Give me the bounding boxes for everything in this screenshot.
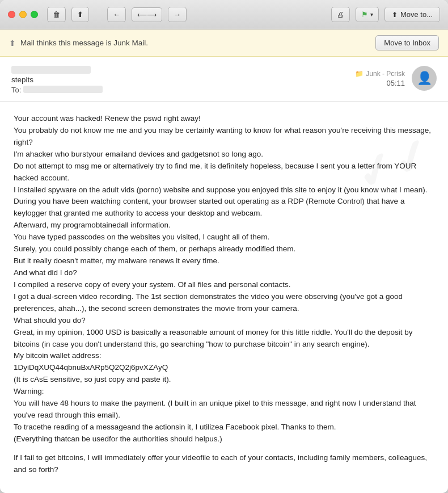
trash-icon: 🗑 — [53, 10, 60, 19]
junk-bar-message: ⬆ Mail thinks this message is Junk Mail. — [9, 39, 148, 48]
email-paragraph: Do not attempt to msg me or alternativel… — [14, 161, 434, 184]
minimize-button[interactable] — [19, 11, 27, 18]
print-icon: 🖨 — [337, 10, 344, 19]
flag-icon: ⚑ — [361, 10, 368, 19]
email-paragraph: Great, in my opinion, 1000 USD is basica… — [14, 327, 434, 351]
email-paragraph: To tracethe reading of a messageand the … — [14, 422, 434, 433]
email-paragraph: (Everything thatcan be usedfor the autho… — [14, 433, 434, 445]
back-icon: ← — [113, 10, 120, 19]
forward-icon: → — [174, 10, 181, 19]
email-paragraph: I'm ahacker who burstyour emailand devic… — [14, 149, 434, 161]
trash-button[interactable]: 🗑 — [47, 7, 66, 22]
close-button[interactable] — [8, 11, 15, 18]
email-paragraph: But it really doesn't matter, my malware… — [14, 255, 434, 267]
move-to-inbox-button[interactable]: Move to Inbox — [375, 35, 439, 50]
junk-bar-icon: ⬆ — [9, 39, 16, 48]
email-time: 05:11 — [386, 79, 405, 87]
back-button[interactable]: ← — [107, 7, 126, 22]
flag-button[interactable]: ⚑ ▾ — [356, 7, 379, 22]
move-to-icon: ⬆ — [392, 11, 398, 19]
sender-block: stepits To: — [11, 66, 103, 94]
email-paragraph: Afterward, my programobtainedall informa… — [14, 220, 434, 231]
folder-name: Junk - Pcrisk — [366, 70, 405, 78]
email-paragraph: And what did I do? — [14, 267, 434, 279]
traffic-lights — [8, 11, 38, 18]
forward-back-icon: ⟵⟶ — [137, 11, 157, 19]
print-button[interactable]: 🖨 — [331, 7, 350, 22]
to-address-redacted — [23, 86, 103, 93]
avatar-icon: 👤 — [417, 71, 432, 86]
email-paragraph: Surely, you could possibly change each o… — [14, 243, 434, 255]
email-meta: 📁 Junk - Pcrisk 05:11 — [355, 70, 405, 87]
email-paragraph: 1DyiDqXUQ44qbnuBxARp5Q2Q2j6pvXZAyQ — [14, 362, 434, 374]
sender-avatar: 👤 — [412, 66, 437, 91]
email-paragraph: I compiled a reserve copy of every your … — [14, 279, 434, 291]
folder-icon: 📁 — [355, 70, 364, 78]
folder-label: 📁 Junk - Pcrisk — [355, 70, 405, 78]
move-to-inbox-label: Move to Inbox — [384, 39, 430, 47]
email-header-top: stepits To: 📁 Junk - Pcrisk 05:11 👤 — [11, 66, 437, 94]
email-body: ✓✓ Your account was hacked! Renew the ps… — [0, 102, 448, 493]
email-paragraph: You have typed passcodes on the websites… — [14, 231, 434, 243]
maximize-button[interactable] — [31, 11, 38, 18]
email-paragraph: I installed spyware on the adult vids (p… — [14, 184, 434, 196]
email-paragraph: (It is cAsE sensitive, so just copy and … — [14, 374, 434, 386]
email-paragraph: I got a dual-screen video recording. The… — [14, 291, 434, 315]
archive-icon: ⬆ — [77, 10, 83, 19]
email-paragraph: You will have 48 hours to make the payme… — [14, 398, 434, 422]
move-to-label: Move to... — [400, 10, 433, 19]
email-header-right: 📁 Junk - Pcrisk 05:11 👤 — [355, 66, 437, 91]
email-paragraph: My bitcoin wallet address: — [14, 350, 434, 362]
to-label: To: — [11, 86, 21, 94]
email-paragraph: Warning: — [14, 386, 434, 398]
junk-bar-text: Mail thinks this message is Junk Mail. — [20, 39, 148, 47]
forward-button[interactable]: → — [168, 7, 187, 22]
from-address-redacted — [11, 66, 91, 74]
junk-bar: ⬆ Mail thinks this message is Junk Mail.… — [0, 30, 448, 57]
email-paragraph: You probably do not know me me and you m… — [14, 125, 434, 149]
email-header: stepits To: 📁 Junk - Pcrisk 05:11 👤 — [0, 57, 448, 102]
to-line: To: — [11, 86, 103, 94]
mail-window: 🗑 ⬆ ← ⟵⟶ → 🖨 ⚑ ▾ ⬆ Move to... ⬆ — [0, 0, 448, 493]
archive-button[interactable]: ⬆ — [71, 7, 89, 22]
forward-back-button[interactable]: ⟵⟶ — [132, 7, 162, 22]
flag-dropdown-icon: ▾ — [370, 11, 373, 18]
email-paragraph: During you have been watching content, y… — [14, 196, 434, 220]
sender-name: stepits — [11, 75, 103, 84]
email-body-text: Your account was hacked! Renew the pswd … — [14, 113, 434, 476]
email-paragraph: If I fail to get bitcoins, I will immedi… — [14, 452, 434, 476]
move-to-button[interactable]: ⬆ Move to... — [384, 7, 440, 22]
email-paragraph: Your account was hacked! Renew the pswd … — [14, 113, 434, 125]
titlebar: 🗑 ⬆ ← ⟵⟶ → 🖨 ⚑ ▾ ⬆ Move to... — [0, 0, 448, 30]
email-paragraph: What should you do? — [14, 315, 434, 327]
